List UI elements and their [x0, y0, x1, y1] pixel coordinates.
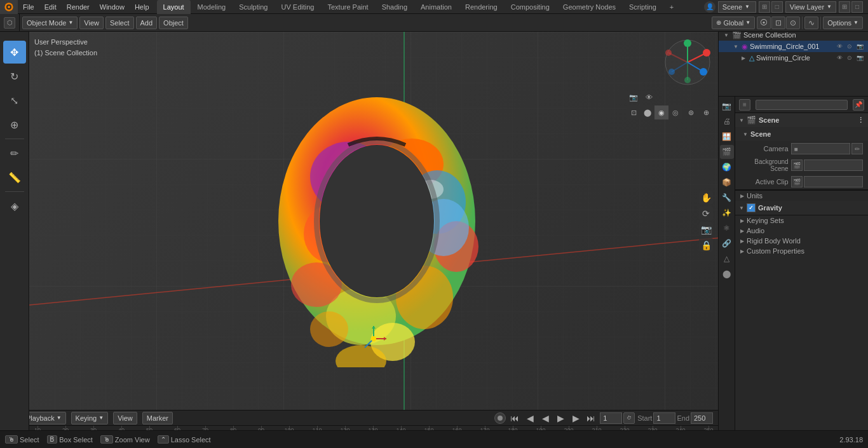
tool-annotate[interactable]: ✏	[3, 142, 26, 165]
expand-scene-collection[interactable]: ▼	[722, 31, 730, 39]
select-icon-2[interactable]: ⊙	[845, 53, 854, 62]
tab-geometry-nodes[interactable]: Geometry Nodes	[557, 0, 622, 14]
tab-layout[interactable]: Layout	[157, 0, 191, 14]
start-frame-input[interactable]: 1	[653, 412, 675, 424]
tab-rendering[interactable]: Rendering	[459, 0, 504, 14]
shading-solid[interactable]: ⬤	[641, 105, 654, 119]
select-menu[interactable]: Select	[105, 17, 134, 29]
visibility-icon[interactable]: 👁	[835, 42, 844, 51]
prev-frame-btn[interactable]: ◀	[524, 412, 536, 424]
props-pin-icon[interactable]: 📌	[853, 99, 864, 111]
active-clip-icon-btn[interactable]: 🎬	[791, 176, 803, 187]
units-section[interactable]: ▶ Units	[735, 191, 868, 201]
expand-swimming-circle[interactable]: ▶	[740, 54, 747, 62]
keying-btn[interactable]: Keying ▼	[71, 412, 109, 424]
current-frame-input[interactable]: 1	[600, 412, 622, 424]
tab-add[interactable]: +	[663, 0, 680, 14]
scene-section-header[interactable]: ▼ 🎬 Scene ⋮	[735, 113, 868, 127]
view-layer-selector[interactable]: View Layer ▼	[785, 1, 836, 13]
active-clip-value[interactable]	[804, 176, 863, 187]
props-material-icon[interactable]: ⬤	[720, 267, 734, 281]
background-scene-icon-btn[interactable]: 🎬	[791, 160, 803, 171]
tool-move[interactable]: ✥	[3, 41, 26, 64]
tool-add-object[interactable]: ◈	[3, 194, 26, 217]
end-frame-input[interactable]: 250	[691, 412, 713, 424]
shading-material[interactable]: ◉	[654, 105, 668, 119]
rigid-body-world-section[interactable]: ▶ Rigid Body World	[735, 236, 868, 246]
viewport-cam-btn[interactable]: 📷	[627, 90, 641, 104]
overlay-btn[interactable]: ⊛	[684, 105, 698, 119]
menu-render[interactable]: Render	[62, 0, 95, 14]
tab-scripting[interactable]: Scripting	[623, 0, 663, 14]
orbit-btn[interactable]: ⟳	[699, 206, 713, 220]
props-world-icon[interactable]: 🌍	[720, 160, 734, 174]
tab-animation[interactable]: Animation	[414, 0, 458, 14]
scene-icon-1[interactable]: ⊞	[759, 1, 770, 13]
view-menu[interactable]: View	[79, 17, 104, 29]
snap-btn[interactable]: ⊡	[771, 17, 785, 29]
tab-modeling[interactable]: Modeling	[191, 0, 233, 14]
props-object-icon[interactable]: 📦	[720, 175, 734, 189]
play-reverse-btn[interactable]: ◀	[539, 412, 552, 424]
expand-swimming-circle-001[interactable]: ▼	[732, 43, 740, 50]
tab-shading[interactable]: Shading	[376, 0, 414, 14]
scene-section-options[interactable]: ⋮	[857, 116, 864, 125]
menu-window[interactable]: Window	[95, 0, 130, 14]
viewport[interactable]: User Perspective (1) Scene Collection	[29, 32, 718, 410]
options-btn[interactable]: Options ▼	[823, 17, 863, 29]
render-icon[interactable]: 📷	[855, 42, 864, 51]
props-scene-icon[interactable]: 🎬	[720, 145, 734, 159]
play-btn[interactable]: ▶	[554, 412, 567, 424]
pivot-btn[interactable]: ⦿	[757, 17, 771, 29]
props-render-icon[interactable]: 📷	[720, 99, 734, 113]
transform-orientations[interactable]: ⊕ Global ▼	[712, 17, 755, 29]
jump-end-btn[interactable]: ⏭	[585, 412, 597, 424]
fps-toggle-btn[interactable]: ⏱	[623, 412, 635, 424]
proportional-btn[interactable]: ⊙	[786, 17, 800, 29]
jump-start-btn[interactable]: ⏮	[508, 412, 521, 424]
view-layer-icon-1[interactable]: ⊞	[839, 1, 850, 13]
add-menu[interactable]: Add	[136, 17, 158, 29]
pan-btn[interactable]: ✋	[699, 190, 713, 204]
background-scene-value[interactable]	[804, 160, 863, 171]
tab-uv-editing[interactable]: UV Editing	[275, 0, 320, 14]
select-icon[interactable]: ⊙	[845, 42, 854, 51]
gizmo-btn[interactable]: ⊕	[699, 105, 713, 119]
tool-rotate[interactable]: ↻	[3, 65, 26, 88]
props-particles-icon[interactable]: ✨	[720, 206, 734, 220]
view-btn[interactable]: View	[113, 412, 137, 424]
navigation-gizmo[interactable]	[662, 37, 713, 88]
camera-lock-btn[interactable]: 🔒	[699, 238, 713, 252]
visibility-icon-2[interactable]: 👁	[835, 53, 844, 62]
tab-compositing[interactable]: Compositing	[505, 0, 556, 14]
keying-sets-section[interactable]: ▶ Keying Sets	[735, 215, 868, 226]
menu-help[interactable]: Help	[130, 0, 154, 14]
view-layer-icon-2[interactable]: □	[851, 1, 863, 13]
next-frame-btn[interactable]: ▶	[569, 412, 582, 424]
props-search-bar[interactable]	[756, 100, 848, 110]
scene-subsection-header[interactable]: ▼ Scene	[735, 127, 868, 141]
props-output-icon[interactable]: 🖨	[720, 114, 734, 128]
scene-icon-2[interactable]: □	[771, 1, 783, 13]
zoom-orbit-btn[interactable]: 📷	[699, 222, 713, 236]
audio-section[interactable]: ▶ Audio	[735, 226, 868, 236]
viewport-show-btn[interactable]: 👁	[642, 90, 656, 104]
marker-btn[interactable]: Marker	[142, 412, 173, 424]
gravity-checkbox[interactable]: ✓	[747, 203, 756, 212]
shading-wire[interactable]: ⊡	[627, 105, 641, 119]
props-options-icon[interactable]: ≡	[739, 99, 750, 111]
tab-sculpting[interactable]: Sculpting	[233, 0, 274, 14]
custom-properties-section[interactable]: ▶ Custom Properties	[735, 246, 868, 256]
tool-transform[interactable]: ⊕	[3, 113, 26, 136]
camera-edit-btn[interactable]: ✏	[851, 143, 863, 154]
tab-texture-paint[interactable]: Texture Paint	[321, 0, 374, 14]
outliner-item-swimming-circle-001[interactable]: ▼ ◉ Swimming_Circle_001 👁 ⊙ 📷	[719, 41, 868, 52]
props-modifier-icon[interactable]: 🔧	[720, 191, 734, 205]
graph-btn[interactable]: ∿	[804, 17, 818, 29]
render-icon-2[interactable]: 📷	[855, 53, 864, 62]
tool-scale[interactable]: ⤡	[3, 89, 26, 112]
outliner-item-swimming-circle[interactable]: ▶ △ Swimming_Circle 👁 ⊙ 📷	[719, 52, 868, 64]
record-btn[interactable]	[494, 412, 506, 424]
props-constraints-icon[interactable]: 🔗	[720, 236, 734, 250]
gravity-section-header[interactable]: ▼ ✓ Gravity	[735, 201, 868, 215]
